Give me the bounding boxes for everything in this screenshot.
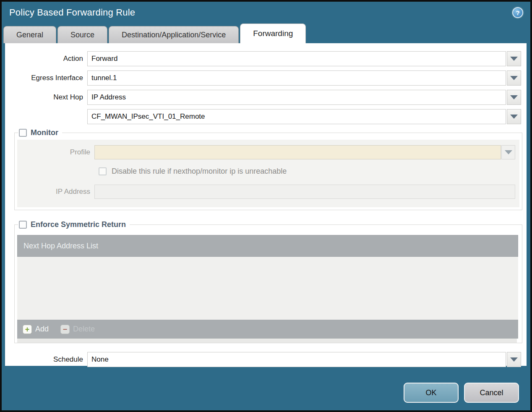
pbf-rule-dialog: Policy Based Forwarding Rule ? General S… <box>0 0 532 412</box>
next-hop-row: Next Hop IP Address <box>5 90 527 105</box>
schedule-select[interactable]: None <box>87 352 506 367</box>
next-hop-address-dropdown-button[interactable] <box>507 109 521 124</box>
action-label: Action <box>5 55 87 63</box>
symmetric-legend-label: Enforce Symmetric Return <box>31 220 126 229</box>
plus-icon: + <box>23 325 32 334</box>
chevron-down-icon <box>510 115 518 119</box>
chevron-down-icon <box>510 57 518 61</box>
enforce-symmetric-return-section: Enforce Symmetric Return Next Hop Addres… <box>14 220 522 343</box>
symmetric-legend: Enforce Symmetric Return <box>18 220 130 229</box>
help-icon[interactable]: ? <box>512 7 523 18</box>
next-hop-address-list-table: Next Hop Address List + Add − Delete <box>17 235 518 343</box>
next-hop-label: Next Hop <box>5 93 87 102</box>
monitor-ip-row: IP Address <box>17 185 517 199</box>
profile-label: Profile <box>17 148 94 156</box>
action-row: Action Forward <box>5 51 527 66</box>
schedule-label: Schedule <box>5 355 87 364</box>
enforce-symmetric-return-checkbox[interactable] <box>19 221 27 229</box>
next-hop-address-select[interactable]: CF_MWAN_IPsec_VTI_01_Remote <box>87 109 506 124</box>
egress-interface-select[interactable]: tunnel.1 <box>87 70 506 86</box>
schedule-row: Schedule None <box>5 352 527 367</box>
monitor-legend-label: Monitor <box>31 128 58 137</box>
disable-rule-label: Disable this rule if nexthop/monitor ip … <box>112 167 287 176</box>
action-dropdown-button[interactable] <box>507 51 521 66</box>
chevron-down-icon <box>505 150 512 154</box>
chevron-down-icon <box>510 357 518 362</box>
delete-button-label: Delete <box>73 325 95 334</box>
monitor-checkbox[interactable] <box>19 129 27 137</box>
cancel-button[interactable]: Cancel <box>464 383 519 403</box>
tab-bar: General Source Destination/Application/S… <box>2 23 530 43</box>
add-button[interactable]: + Add <box>23 325 49 334</box>
schedule-dropdown-button[interactable] <box>507 352 521 367</box>
table-footer: + Add − Delete <box>17 320 518 339</box>
add-button-label: Add <box>35 325 49 334</box>
egress-interface-label: Egress Interface <box>5 74 87 82</box>
disable-rule-checkbox <box>99 167 107 175</box>
next-hop-address-row: CF_MWAN_IPsec_VTI_01_Remote <box>5 109 527 124</box>
monitor-ip-label: IP Address <box>17 188 94 196</box>
ok-button[interactable]: OK <box>404 383 459 403</box>
chevron-down-icon <box>510 95 518 99</box>
dialog-actions: OK Cancel <box>404 383 519 403</box>
tab-destination-application-service[interactable]: Destination/Application/Service <box>109 26 239 43</box>
profile-select <box>94 145 501 159</box>
table-header: Next Hop Address List <box>17 235 518 257</box>
egress-interface-row: Egress Interface tunnel.1 <box>5 70 527 86</box>
egress-interface-dropdown-button[interactable] <box>507 70 521 86</box>
monitor-panel: Profile Disable this rule if nexthop/mon… <box>17 140 519 207</box>
table-body[interactable] <box>17 257 518 320</box>
next-hop-type-select[interactable]: IP Address <box>87 90 506 105</box>
chevron-down-icon <box>510 76 518 80</box>
action-select[interactable]: Forward <box>87 51 506 66</box>
tab-general[interactable]: General <box>3 26 56 43</box>
disable-rule-row: Disable this rule if nexthop/monitor ip … <box>99 165 517 177</box>
table-scroll-strip[interactable] <box>17 339 517 343</box>
tab-source[interactable]: Source <box>57 26 107 43</box>
dialog-titlebar: Policy Based Forwarding Rule ? <box>2 2 530 23</box>
minus-icon: − <box>60 325 70 334</box>
monitor-ip-input <box>94 185 515 199</box>
tab-forwarding[interactable]: Forwarding <box>240 23 306 43</box>
monitor-section: Monitor Profile Disable this rule if nex… <box>14 128 522 210</box>
delete-button: − Delete <box>60 325 95 334</box>
forwarding-tab-panel: Action Forward Egress Interface tunnel.1… <box>5 43 527 366</box>
profile-row: Profile <box>17 145 517 159</box>
monitor-legend: Monitor <box>18 128 62 137</box>
dialog-title: Policy Based Forwarding Rule <box>9 7 135 18</box>
profile-dropdown-button <box>501 145 515 159</box>
next-hop-dropdown-button[interactable] <box>507 90 521 105</box>
